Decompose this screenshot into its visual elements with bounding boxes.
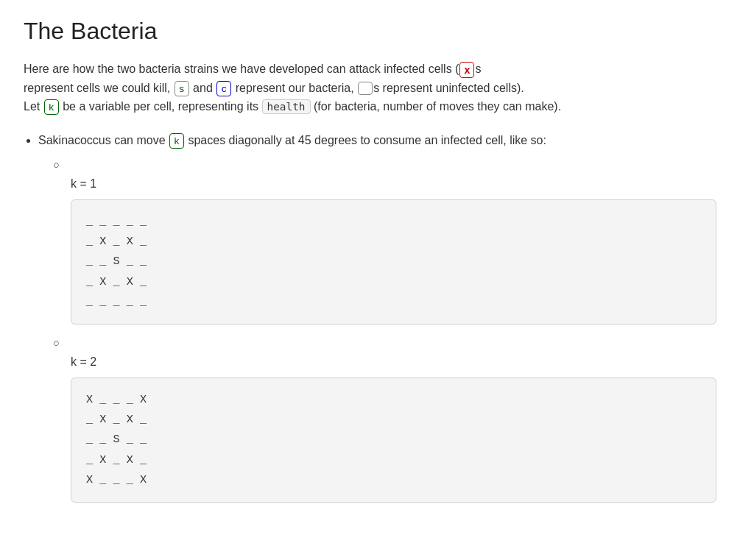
bullet-item-sakinacoccus: Sakinacoccus can move k spaces diagonall… [38,131,716,503]
k-examples-list: k = 1 _ _ _ _ _ _ X _ X _ _ _ S _ _ _ X … [53,155,716,503]
page-title: The Bacteria [24,18,716,45]
k1-grid: _ _ _ _ _ _ X _ X _ _ _ S _ _ _ X _ X _ … [71,199,716,325]
bullet1-text2: spaces diagonally at 45 degrees to consu… [188,134,546,146]
intro-and: and [193,82,213,94]
k1-item: k = 1 _ _ _ _ _ _ X _ X _ _ _ S _ _ _ X … [53,155,716,325]
intro-text-2a: represent cells we could kill, [24,82,170,94]
x-badge: x [459,62,474,78]
c-badge: c [216,81,231,96]
k-badge-bullet: k [169,133,184,149]
s-badge: s [175,81,189,96]
k2-item: k = 2 X _ _ _ X _ X _ X _ _ _ S _ _ _ X … [53,333,716,503]
empty-square-badge [358,82,373,95]
k2-grid: X _ _ _ X _ X _ X _ _ _ S _ _ _ X _ X _ … [71,378,716,503]
intro-text-3a: Let [24,100,40,113]
intro-text-2b: represent our bacteria, [236,82,354,94]
intro-text-3c: (for bacteria, number of moves they can … [314,100,561,113]
intro-text-1b: s [475,63,481,75]
k2-label: k = 2 [71,352,716,372]
k-badge-intro: k [44,99,59,115]
intro-text-1: Here are how the two bacteria strains we… [24,63,459,75]
intro-text-2c: s represent uninfected cells). [373,82,524,94]
intro-text-3b: be a variable per cell, representing its [63,100,258,113]
bullet1-text1: Sakinacoccus can move [38,134,166,146]
k1-label: k = 1 [71,174,716,194]
main-bullet-list: Sakinacoccus can move k spaces diagonall… [38,131,716,503]
intro-paragraph: Here are how the two bacteria strains we… [24,60,716,116]
health-code: health [262,99,311,114]
